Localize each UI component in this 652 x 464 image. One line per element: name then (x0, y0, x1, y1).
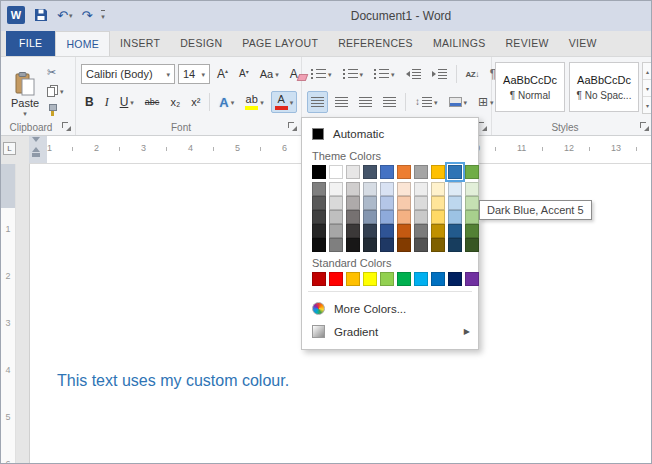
copy-button[interactable]: ▾ (47, 83, 64, 99)
theme-color-swatch[interactable] (397, 165, 411, 179)
theme-variant-swatch[interactable] (312, 224, 326, 238)
theme-variant-swatch[interactable] (312, 196, 326, 210)
bold-button[interactable]: B (81, 91, 98, 113)
tab-file[interactable]: FILE (6, 31, 55, 56)
more-colors-item[interactable]: More Colors... (302, 297, 478, 320)
theme-variant-swatch[interactable] (431, 224, 445, 238)
multilevel-list-button[interactable]: ▾ (370, 63, 399, 85)
theme-variant-swatch[interactable] (431, 196, 445, 210)
theme-variant-swatch[interactable] (465, 182, 479, 196)
theme-variant-swatch[interactable] (380, 182, 394, 196)
standard-color-swatch[interactable] (346, 272, 360, 286)
standard-color-swatch[interactable] (312, 272, 326, 286)
superscript-button[interactable]: x² (187, 91, 204, 113)
theme-color-swatch[interactable] (363, 165, 377, 179)
styles-dialog-launcher[interactable] (640, 122, 649, 131)
numbering-button[interactable]: ▾ (339, 63, 368, 85)
theme-color-swatch[interactable] (346, 165, 360, 179)
theme-variant-swatch[interactable] (465, 196, 479, 210)
shading-button[interactable]: ▾ (445, 91, 472, 113)
theme-variant-swatch[interactable] (397, 182, 411, 196)
theme-color-swatch[interactable] (329, 165, 343, 179)
tab-home[interactable]: HOME (55, 31, 110, 56)
standard-color-swatch[interactable] (363, 272, 377, 286)
strikethrough-button[interactable]: abc (141, 91, 164, 113)
font-name-combobox[interactable]: Calibri (Body) ▾ (81, 64, 175, 84)
align-right-button[interactable] (355, 91, 376, 113)
gallery-scroll-up-button[interactable]: ▴ (643, 63, 652, 79)
theme-variant-swatch[interactable] (312, 238, 326, 252)
theme-variant-swatch[interactable] (431, 210, 445, 224)
theme-color-swatch[interactable] (465, 165, 479, 179)
document-text[interactable]: This text uses my custom colour. (57, 372, 289, 390)
increase-indent-button[interactable] (428, 63, 451, 85)
left-indent-marker[interactable] (32, 153, 40, 157)
text-highlight-button[interactable]: ab ▾ (241, 91, 268, 113)
clipboard-dialog-launcher[interactable] (62, 122, 71, 131)
paste-button[interactable]: Paste ▾ (6, 62, 44, 126)
tab-references[interactable]: REFERENCES (328, 31, 423, 56)
theme-variant-swatch[interactable] (380, 238, 394, 252)
standard-color-swatch[interactable] (380, 272, 394, 286)
theme-color-swatch[interactable] (431, 165, 445, 179)
theme-variant-swatch[interactable] (431, 238, 445, 252)
theme-variant-swatch[interactable] (414, 238, 428, 252)
standard-color-swatch[interactable] (431, 272, 445, 286)
theme-variant-swatch[interactable] (346, 238, 360, 252)
first-line-indent-marker[interactable] (32, 137, 40, 142)
theme-color-swatch[interactable] (414, 165, 428, 179)
theme-variant-swatch[interactable] (414, 182, 428, 196)
italic-button[interactable]: I (101, 91, 113, 113)
word-logo-icon[interactable]: W (7, 6, 25, 24)
sort-button[interactable]: AZ↓ (462, 63, 483, 85)
tab-page-layout[interactable]: PAGE LAYOUT (232, 31, 328, 56)
theme-variant-swatch[interactable] (465, 210, 479, 224)
theme-variant-swatch[interactable] (346, 224, 360, 238)
style-item-normal[interactable]: AaBbCcDc ¶ Normal (495, 62, 565, 112)
theme-variant-swatch[interactable] (448, 196, 462, 210)
tab-insert[interactable]: INSERT (110, 31, 170, 56)
theme-variant-swatch[interactable] (312, 210, 326, 224)
text-effects-button[interactable]: A ▾ (215, 91, 238, 113)
standard-color-swatch[interactable] (465, 272, 479, 286)
gallery-scroll-down-button[interactable]: ▾ (643, 79, 652, 96)
customize-qat-button[interactable]: ▾ (101, 6, 105, 24)
subscript-button[interactable]: x₂ (166, 91, 184, 113)
align-left-button[interactable] (307, 91, 328, 113)
theme-variant-swatch[interactable] (363, 182, 377, 196)
theme-variant-swatch[interactable] (431, 182, 445, 196)
theme-variant-swatch[interactable] (448, 182, 462, 196)
theme-variant-swatch[interactable] (414, 196, 428, 210)
standard-color-swatch[interactable] (329, 272, 343, 286)
theme-variant-swatch[interactable] (380, 224, 394, 238)
theme-variant-swatch[interactable] (414, 210, 428, 224)
theme-variant-swatch[interactable] (363, 224, 377, 238)
gradient-item[interactable]: Gradient ▶ (302, 320, 478, 343)
decrease-indent-button[interactable] (402, 63, 425, 85)
theme-variant-swatch[interactable] (346, 196, 360, 210)
theme-variant-swatch[interactable] (414, 224, 428, 238)
align-center-button[interactable] (331, 91, 352, 113)
bullets-button[interactable]: ▾ (307, 63, 336, 85)
theme-variant-swatch[interactable] (329, 210, 343, 224)
font-size-combobox[interactable]: 14 ▾ (178, 64, 210, 84)
theme-variant-swatch[interactable] (448, 238, 462, 252)
theme-variant-swatch[interactable] (465, 224, 479, 238)
theme-variant-swatch[interactable] (329, 196, 343, 210)
standard-color-swatch[interactable] (448, 272, 462, 286)
undo-button[interactable]: ↶ ▾ (57, 6, 72, 24)
font-color-button[interactable]: A ▾ (271, 91, 298, 113)
font-dialog-launcher[interactable] (288, 122, 297, 131)
theme-variant-swatch[interactable] (465, 238, 479, 252)
tab-review[interactable]: REVIEW (495, 31, 558, 56)
redo-button[interactable]: ↷ (81, 6, 92, 24)
tab-view[interactable]: VIEW (559, 31, 607, 56)
line-spacing-button[interactable]: ↕▾ (411, 91, 442, 113)
automatic-color-item[interactable]: Automatic (302, 122, 478, 145)
justify-button[interactable] (379, 91, 400, 113)
theme-variant-swatch[interactable] (312, 182, 326, 196)
tab-design[interactable]: DESIGN (170, 31, 232, 56)
theme-variant-swatch[interactable] (380, 196, 394, 210)
theme-variant-swatch[interactable] (363, 238, 377, 252)
theme-variant-swatch[interactable] (329, 224, 343, 238)
